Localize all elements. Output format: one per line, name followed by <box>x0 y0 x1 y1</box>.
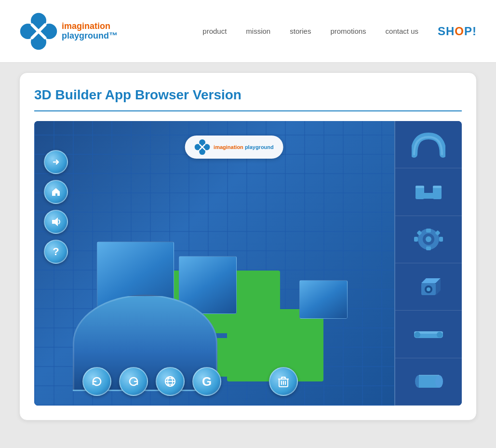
svg-rect-36 <box>426 246 431 250</box>
logo-imagination: imagination <box>62 22 118 31</box>
left-controls: ? <box>44 150 68 264</box>
trash-button[interactable] <box>269 367 298 396</box>
piece-curved-arch[interactable] <box>395 121 462 168</box>
nav-stories[interactable]: stories <box>290 27 311 35</box>
main-nav: product mission stories promotions conta… <box>202 25 477 38</box>
rotate-right-button[interactable] <box>119 367 148 396</box>
app-viewer: imagination playground <box>34 121 462 406</box>
svg-rect-37 <box>414 237 418 242</box>
3d-scene[interactable]: imagination playground <box>34 121 394 406</box>
globe-button[interactable] <box>156 367 185 396</box>
logo-overlay: imagination playground <box>185 136 283 159</box>
nav-mission[interactable]: mission <box>246 27 270 35</box>
svg-point-54 <box>435 375 443 388</box>
title-divider <box>34 110 462 111</box>
svg-point-49 <box>415 332 420 338</box>
nav-product[interactable]: product <box>202 27 227 35</box>
logo-text: imagination playground™ <box>62 22 118 41</box>
block-3 <box>299 280 348 319</box>
svg-point-41 <box>426 236 431 242</box>
logo-playground: playground™ <box>62 31 118 41</box>
help-button[interactable]: ? <box>44 240 68 264</box>
content-card: 3D Builder App Browser Version <box>19 72 477 421</box>
svg-point-50 <box>437 332 442 338</box>
sound-button[interactable] <box>44 210 68 234</box>
svg-rect-31 <box>416 186 424 188</box>
svg-marker-14 <box>52 217 58 226</box>
page-title: 3D Builder App Browser Version <box>34 87 462 103</box>
logo-pill-icon <box>194 139 210 155</box>
nav-promotions[interactable]: promotions <box>330 27 366 35</box>
logo[interactable]: imagination playground™ <box>19 12 118 51</box>
piece-cross[interactable] <box>395 216 462 263</box>
home-button[interactable] <box>44 180 68 204</box>
main-content: 3D Builder App Browser Version <box>0 63 496 430</box>
nav-contact[interactable]: contact us <box>386 27 418 35</box>
rotate-left-button[interactable] <box>82 367 111 396</box>
shop-button[interactable]: SHOP! <box>438 25 477 38</box>
svg-rect-30 <box>416 193 441 199</box>
arrow-button[interactable] <box>44 150 68 174</box>
svg-rect-22 <box>282 377 285 379</box>
pieces-sidebar <box>394 121 462 406</box>
logo-icon <box>19 12 58 51</box>
svg-point-46 <box>427 287 430 291</box>
site-header: imagination playground™ product mission … <box>0 0 496 63</box>
svg-rect-35 <box>426 229 431 232</box>
piece-long-bar[interactable] <box>395 311 462 358</box>
letter-g-button[interactable]: G <box>192 367 221 396</box>
piece-u-bracket[interactable] <box>395 168 462 216</box>
piece-small-cube[interactable] <box>395 263 462 311</box>
svg-rect-32 <box>433 186 442 188</box>
logo-pill-text: imagination playground <box>214 144 274 150</box>
bottom-controls: G <box>82 367 221 396</box>
piece-cylinder[interactable] <box>395 358 462 406</box>
svg-rect-38 <box>439 237 443 242</box>
